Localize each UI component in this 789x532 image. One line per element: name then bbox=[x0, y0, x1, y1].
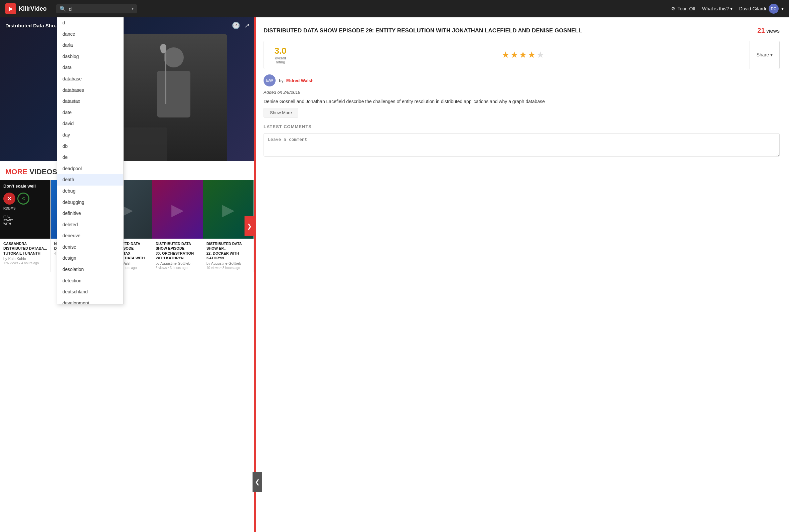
left-panel: Distributed Data Sho... 🕐 ↗ MORE VIDEOS … bbox=[0, 17, 254, 532]
thumbnail-image: ▶ bbox=[152, 180, 203, 239]
rating-score-box: 3.0 overallrating bbox=[264, 41, 297, 69]
search-filter-icon[interactable]: ▾ bbox=[132, 6, 134, 11]
rating-stars-box[interactable]: ★ ★ ★ ★ ★ bbox=[297, 41, 750, 69]
tour-icon: ⚙ bbox=[671, 6, 675, 11]
what-chevron-icon: ▾ bbox=[730, 6, 733, 11]
comments-section-label: LATEST COMMENTS bbox=[263, 124, 779, 129]
thumbnail-title: DISTRIBUTED DATA SHOW EPISODE30: ORCHEST… bbox=[156, 241, 199, 260]
thumbnail-stats: 126 views • 4 hours ago bbox=[3, 261, 47, 265]
autocomplete-item[interactable]: d bbox=[57, 17, 123, 29]
more-text: MORE bbox=[5, 168, 27, 176]
star-2[interactable]: ★ bbox=[510, 50, 519, 60]
logo-text: KillrVideo bbox=[19, 5, 47, 12]
logo-icon: ▶ bbox=[5, 3, 16, 14]
tour-label: Tour: Off bbox=[677, 6, 695, 11]
autocomplete-item[interactable]: deutschland bbox=[57, 286, 123, 298]
thumbnail-stats: 10 views • 3 hours ago bbox=[206, 266, 250, 270]
author-name-link[interactable]: Eldred Walsh bbox=[286, 78, 314, 83]
autocomplete-item[interactable]: david bbox=[57, 118, 123, 130]
nav-right: ⚙ Tour: Off What is this? ▾ David Gilard… bbox=[671, 4, 784, 14]
star-4[interactable]: ★ bbox=[528, 50, 536, 60]
autocomplete-item[interactable]: desolation bbox=[57, 264, 123, 276]
more-videos-section: MORE VIDEOS LIK... Don't scale well ✕ ⟲ … bbox=[0, 161, 254, 272]
video-controls: 🕐 ↗ bbox=[232, 21, 250, 30]
tour-toggle[interactable]: ⚙ Tour: Off bbox=[671, 6, 695, 11]
autocomplete-item[interactable]: detection bbox=[57, 276, 123, 287]
video-title: DISTRIBUTED DATA SHOW EPISODE 29: ENTITY… bbox=[263, 27, 779, 35]
thumbnail-image: Don't scale well ✕ ⟲ RDBMS IT ALSTARTWIT… bbox=[0, 180, 51, 239]
autocomplete-item[interactable]: dasblog bbox=[57, 51, 123, 62]
rating-overall-label: overallrating bbox=[275, 56, 286, 64]
autocomplete-item[interactable]: date bbox=[57, 107, 123, 118]
share-video-icon[interactable]: ↗ bbox=[244, 21, 250, 30]
views-label: views bbox=[766, 28, 779, 34]
thumbnail-author: by Kaia Kuhic bbox=[3, 256, 47, 261]
views-count: 21 bbox=[757, 27, 765, 34]
user-menu[interactable]: David Gilardi DG ▾ bbox=[739, 4, 784, 14]
star-5[interactable]: ★ bbox=[536, 50, 545, 60]
autocomplete-item[interactable]: databases bbox=[57, 85, 123, 96]
share-label: Share bbox=[757, 52, 769, 57]
autocomplete-item[interactable]: debug bbox=[57, 186, 123, 197]
autocomplete-item[interactable]: deneuve bbox=[57, 230, 123, 242]
what-is-this-button[interactable]: What is this? ▾ bbox=[702, 6, 733, 11]
author-info: by: Eldred Walsh bbox=[279, 77, 314, 83]
thumbnail-title: CASSANDRA DISTRIBUTED DATABA...TUTORAIL … bbox=[3, 241, 47, 256]
clock-icon[interactable]: 🕐 bbox=[232, 21, 240, 30]
autocomplete-item[interactable]: dance bbox=[57, 29, 123, 40]
autocomplete-item[interactable]: data bbox=[57, 62, 123, 73]
show-more-button[interactable]: Show More bbox=[263, 108, 298, 117]
thumbnail-info: CASSANDRA DISTRIBUTED DATABA...TUTORAIL … bbox=[0, 239, 51, 268]
user-avatar: DG bbox=[769, 4, 778, 14]
thumbnail-author: by Augustine Gottlieb bbox=[156, 261, 199, 265]
by-label: by: bbox=[279, 78, 285, 83]
comment-input[interactable] bbox=[263, 133, 779, 156]
author-avatar: EW bbox=[263, 74, 276, 87]
share-chevron-icon: ▾ bbox=[770, 52, 773, 57]
autocomplete-item[interactable]: debugging bbox=[57, 197, 123, 208]
video-thumbnails-wrapper: Don't scale well ✕ ⟲ RDBMS IT ALSTARTWIT… bbox=[0, 180, 254, 272]
autocomplete-item[interactable]: datastax bbox=[57, 96, 123, 107]
thumbnail-stats: 6 views • 3 hours ago bbox=[156, 266, 199, 270]
search-icon: 🔍 bbox=[59, 6, 66, 12]
share-button[interactable]: Share ▾ bbox=[750, 41, 779, 69]
thumbnail-info: DISTRIBUTED DATA SHOW EP...22: DOCKER WI… bbox=[203, 239, 254, 272]
rating-row: 3.0 overallrating ★ ★ ★ ★ ★ Share ▾ bbox=[263, 41, 779, 69]
thumbnail-author: by Augustine Gottlieb bbox=[206, 261, 250, 265]
autocomplete-item[interactable]: definitive bbox=[57, 208, 123, 219]
video-thumbnails-list: Don't scale well ✕ ⟲ RDBMS IT ALSTARTWIT… bbox=[0, 180, 254, 272]
what-is-this-label: What is this? bbox=[702, 6, 729, 11]
autocomplete-item[interactable]: database bbox=[57, 73, 123, 85]
autocomplete-item[interactable]: de bbox=[57, 152, 123, 163]
views-badge: 21 views bbox=[757, 27, 779, 34]
video-background bbox=[0, 17, 254, 161]
thumbnail-info: DISTRIBUTED DATA SHOW EPISODE30: ORCHEST… bbox=[152, 239, 203, 272]
autocomplete-item[interactable]: design bbox=[57, 253, 123, 264]
prev-videos-button[interactable]: ❮ bbox=[253, 472, 262, 492]
thumbnail-title: DISTRIBUTED DATA SHOW EP...22: DOCKER WI… bbox=[206, 241, 250, 260]
right-panel: 21 views DISTRIBUTED DATA SHOW EPISODE 2… bbox=[254, 17, 789, 532]
autocomplete-item[interactable]: deleted bbox=[57, 219, 123, 231]
autocomplete-item[interactable]: day bbox=[57, 130, 123, 141]
next-videos-button[interactable]: ❯ bbox=[244, 216, 254, 236]
rating-number: 3.0 bbox=[274, 46, 286, 56]
autocomplete-item[interactable]: development bbox=[57, 298, 123, 304]
user-chevron-icon: ▾ bbox=[781, 6, 784, 11]
description-text: Denise Gosnell and Jonathan Lacefield de… bbox=[263, 98, 779, 105]
autocomplete-item-death[interactable]: death bbox=[57, 174, 123, 186]
search-input[interactable] bbox=[69, 6, 129, 12]
video-player[interactable]: Distributed Data Sho... 🕐 ↗ bbox=[0, 17, 254, 161]
autocomplete-item[interactable]: deadpool bbox=[57, 163, 123, 174]
star-1[interactable]: ★ bbox=[502, 50, 510, 60]
thumbnail-item[interactable]: Don't scale well ✕ ⟲ RDBMS IT ALSTARTWIT… bbox=[0, 180, 51, 272]
thumbnail-item[interactable]: ▶ DISTRIBUTED DATA SHOW EPISODE30: ORCHE… bbox=[152, 180, 203, 272]
star-3[interactable]: ★ bbox=[519, 50, 528, 60]
autocomplete-item[interactable]: db bbox=[57, 141, 123, 152]
autocomplete-item[interactable]: denise bbox=[57, 242, 123, 253]
author-row: EW by: Eldred Walsh bbox=[263, 74, 779, 87]
video-overlay-title: Distributed Data Sho... bbox=[5, 23, 59, 28]
thumb-overlay-text: Don't scale well bbox=[3, 184, 36, 189]
autocomplete-dropdown: d dance darla dasblog data database data… bbox=[57, 17, 124, 304]
logo[interactable]: ▶ KillrVideo bbox=[5, 3, 52, 14]
autocomplete-item[interactable]: darla bbox=[57, 40, 123, 51]
